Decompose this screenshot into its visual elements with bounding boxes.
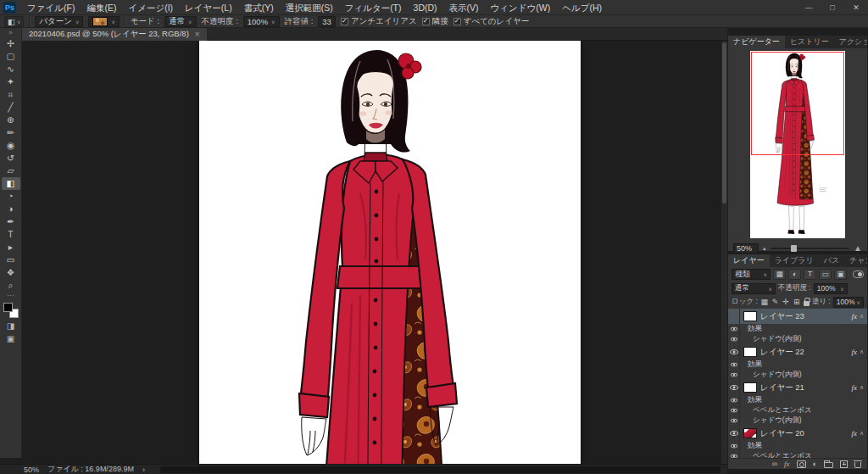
layer-row[interactable]: レイヤー 22 fx ∧ (728, 344, 867, 360)
tab-libraries[interactable]: ライブラリ (770, 254, 819, 267)
navigator-zoom-field[interactable]: 50% (733, 243, 759, 254)
layer-name[interactable]: レイヤー 20 (760, 428, 849, 439)
path-selection-tool[interactable]: ▸ (2, 241, 20, 254)
blend-mode-dropdown[interactable]: 通常 ∨ (732, 283, 776, 294)
close-tab-icon[interactable]: × (195, 30, 200, 39)
effect-row[interactable]: ベベルとエンボス (728, 405, 867, 415)
mode-dropdown[interactable]: 通常 ∨ (164, 16, 196, 27)
hand-tool[interactable]: ❖ (2, 266, 20, 279)
blur-tool[interactable]: ◔ (2, 190, 20, 203)
quick-selection-tool[interactable]: ✦ (2, 75, 20, 88)
filter-smart-object-icon[interactable]: ▣ (834, 269, 847, 280)
zoom-in-icon[interactable]: ▲ (854, 243, 862, 253)
effect-row[interactable]: シャドウ(内側) (728, 334, 867, 344)
layer-thumbnail[interactable] (743, 347, 757, 357)
layer-thumbnail[interactable] (743, 311, 757, 321)
paint-bucket-tool[interactable]: ◧ (2, 177, 20, 190)
layer-row[interactable]: レイヤー 20 fx ∧ (728, 426, 867, 441)
eraser-tool[interactable]: ▱ (2, 165, 20, 177)
menu-help[interactable]: ヘルプ(H) (556, 0, 608, 15)
effect-visibility-toggle[interactable] (728, 405, 740, 415)
fill-dropdown[interactable]: 100% ∨ (833, 297, 864, 308)
filter-adjustment-icon[interactable]: ◐ (788, 269, 801, 280)
vertical-scrollbar[interactable] (721, 41, 727, 464)
document-tab[interactable]: 20210406.psd @ 50% (レイヤー 23, RGB/8) × (22, 28, 207, 41)
all-layers-checkbox[interactable]: ✓ すべてのレイヤー (453, 16, 530, 27)
move-tool[interactable]: ✢ (2, 37, 20, 50)
clone-stamp-tool[interactable]: ◉ (2, 139, 20, 152)
app-logo-icon[interactable]: Ps (3, 2, 16, 14)
edit-toolbar-icon[interactable]: ··· (7, 292, 14, 300)
anti-alias-checkbox[interactable]: ✓ アンチエイリアス (341, 16, 417, 27)
zoom-out-icon[interactable]: ▴ (763, 245, 766, 252)
effect-row[interactable]: シャドウ(内側) (728, 370, 867, 380)
menu-filter[interactable]: フィルター(T) (339, 0, 408, 15)
lock-position-icon[interactable]: ✛ (782, 298, 790, 306)
menu-window[interactable]: ウィンドウ(W) (485, 0, 557, 15)
menu-view[interactable]: 表示(V) (443, 0, 485, 15)
tab-layers[interactable]: レイヤー (728, 254, 770, 267)
effect-row[interactable]: 効果 (728, 360, 867, 370)
fx-badge[interactable]: fx (849, 383, 860, 392)
layer-row[interactable]: レイヤー 21 fx ∧ (728, 380, 867, 395)
artboard[interactable] (199, 41, 581, 464)
shape-tool[interactable]: ▭ (2, 254, 20, 266)
add-layer-style-icon[interactable]: fx (784, 460, 790, 468)
opacity-dropdown[interactable]: 100% ∨ (243, 16, 280, 27)
tab-history[interactable]: ヒストリー (785, 36, 834, 48)
menu-layer[interactable]: レイヤー(L) (179, 0, 238, 15)
tab-paths[interactable]: パス (819, 254, 844, 267)
menu-image[interactable]: イメージ(I) (122, 0, 179, 15)
collapse-effects-icon[interactable]: ∧ (860, 313, 867, 320)
fx-badge[interactable]: fx (849, 312, 860, 321)
filter-pixel-icon[interactable]: ▦ (773, 269, 786, 280)
adjustment-layer-icon[interactable]: ◐ (813, 460, 817, 468)
screen-mode-icon[interactable]: ▣ (7, 334, 14, 343)
navigator-view-box[interactable] (751, 52, 844, 155)
layer-opacity-dropdown[interactable]: 100% ∨ (814, 283, 848, 294)
layer-row[interactable]: レイヤー 23 fx ∧ (728, 309, 867, 324)
collapse-effects-icon[interactable]: ∧ (860, 349, 867, 355)
minimize-button[interactable]: — (797, 0, 821, 14)
zoom-tool[interactable]: ⌕ (2, 279, 20, 292)
layer-visibility-toggle[interactable] (728, 426, 740, 441)
history-brush-tool[interactable]: ↺ (2, 152, 20, 165)
link-layers-icon[interactable]: ∞ (772, 460, 777, 468)
effect-visibility-toggle[interactable] (728, 370, 740, 380)
status-next-icon[interactable]: › (142, 466, 145, 474)
layer-thumbnail[interactable] (743, 382, 757, 393)
tolerance-input[interactable]: 33 (318, 16, 336, 27)
menu-type[interactable]: 書式(Y) (238, 0, 280, 15)
horizontal-scrollbar[interactable] (160, 466, 721, 473)
foreground-color-swatch[interactable] (3, 303, 13, 312)
effect-visibility-toggle[interactable] (728, 451, 740, 458)
eyedropper-tool[interactable]: ╱ (2, 101, 20, 114)
tool-preset-button[interactable]: ◧ ∨ (4, 16, 24, 27)
pattern-picker[interactable]: ∨ (88, 16, 119, 27)
new-group-icon[interactable] (824, 462, 833, 468)
layer-visibility-toggle[interactable] (728, 380, 740, 395)
menu-edit[interactable]: 編集(E) (81, 0, 122, 15)
layer-name[interactable]: レイヤー 21 (760, 382, 849, 393)
menu-file[interactable]: ファイル(F) (21, 0, 81, 15)
layer-name[interactable]: レイヤー 23 (760, 311, 849, 322)
add-layer-mask-icon[interactable] (797, 460, 806, 468)
collapse-effects-icon[interactable]: ∧ (860, 430, 867, 437)
lock-paint-icon[interactable]: ✎ (771, 298, 780, 306)
quick-mask-icon[interactable]: ◨ (7, 321, 14, 331)
contiguous-checkbox[interactable]: ✓ 隣接 (422, 16, 448, 27)
dodge-tool[interactable]: ◑ (2, 203, 20, 215)
effect-visibility-toggle[interactable] (728, 324, 740, 334)
status-zoom[interactable]: 50% (24, 466, 39, 474)
effect-visibility-toggle[interactable] (728, 441, 740, 451)
effect-visibility-toggle[interactable] (728, 334, 740, 344)
type-tool[interactable]: T (2, 228, 20, 241)
effect-visibility-toggle[interactable] (728, 415, 740, 426)
lock-transparency-icon[interactable]: ▦ (760, 298, 769, 306)
effect-row[interactable]: シャドウ(内側) (728, 415, 867, 426)
menu-3d[interactable]: 3D(D) (408, 0, 443, 15)
filter-shape-icon[interactable]: ▭ (819, 269, 832, 280)
delete-layer-icon[interactable] (854, 462, 861, 468)
tab-navigator[interactable]: ナビゲーター (728, 36, 785, 48)
effect-row[interactable]: 効果 (728, 441, 867, 451)
